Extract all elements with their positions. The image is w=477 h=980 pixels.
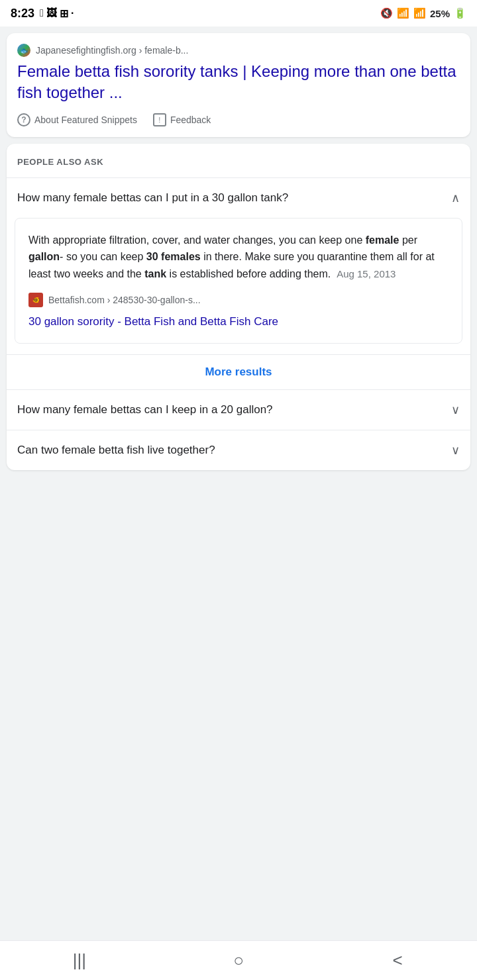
status-right: 🔇 📶 📶 25% 🔋 (380, 7, 466, 19)
status-bar: 8:23  🖼 ⊞ · 🔇 📶 📶 25% 🔋 (0, 0, 477, 26)
status-left: 8:23  🖼 ⊞ · (11, 7, 74, 21)
paa-chevron-up-icon: ∧ (451, 191, 460, 205)
feedback-label: Feedback (170, 115, 211, 125)
paa-source: 🐠 Bettafish.com › 248530-30-gallon-s... (28, 293, 449, 307)
site-favicon: 🐟 (17, 44, 30, 57)
people-also-ask-section: PEOPLE ALSO ASK How many female bettas c… (7, 144, 470, 470)
paa-answer-text: With appropriate filtration, cover, and … (28, 232, 449, 283)
mute-icon: 🔇 (380, 7, 393, 19)
image-icon: 🖼 (46, 7, 57, 19)
paa-question-2[interactable]: How many female bettas can I keep in a 2… (7, 390, 470, 430)
paa-question-3[interactable]: Can two female betta fish live together?… (7, 430, 470, 470)
battery-level: 25% (430, 8, 450, 19)
about-snippets-label: About Featured Snippets (34, 115, 137, 125)
paa-question-1[interactable]: How many female bettas can I put in a 30… (7, 178, 470, 218)
paa-source-favicon: 🐠 (28, 293, 43, 307)
menu-icon: ||| (73, 950, 86, 971)
question-icon: ? (17, 113, 30, 126)
scan-icon: ⊞ (60, 7, 68, 20)
more-results-button[interactable]: More results (7, 354, 470, 389)
dot-icon: · (71, 7, 74, 19)
site-url: Japanesefightingfish.org › female-b... (36, 45, 188, 56)
paa-source-url: Bettafish.com › 248530-30-gallon-s... (48, 295, 201, 305)
paa-item-3: Can two female betta fish live together?… (7, 430, 470, 470)
paa-answer-box: With appropriate filtration, cover, and … (15, 218, 462, 344)
site-info: 🐟 Japanesefightingfish.org › female-b... (17, 44, 460, 57)
feedback-button[interactable]: ! Feedback (153, 113, 211, 126)
paa-title: PEOPLE ALSO ASK (17, 157, 103, 167)
status-time: 8:23 (11, 7, 34, 21)
paa-question-3-text: Can two female betta fish live together? (17, 442, 451, 458)
search-result-card: 🐟 Japanesefightingfish.org › female-b...… (7, 33, 470, 137)
facebook-icon:  (40, 7, 44, 19)
paa-header: PEOPLE ALSO ASK (7, 144, 470, 178)
paa-chevron-down-icon-3: ∨ (451, 443, 460, 458)
back-icon: < (392, 950, 402, 971)
battery-icon: 🔋 (454, 7, 466, 19)
signal-icon: 📶 (413, 7, 426, 19)
snippet-actions: ? About Featured Snippets ! Feedback (17, 113, 460, 126)
paa-answer-date: Aug 15, 2013 (337, 268, 396, 279)
home-icon: ○ (233, 950, 244, 971)
paa-chevron-down-icon-2: ∨ (451, 403, 460, 417)
nav-back-button[interactable]: < (378, 948, 417, 974)
paa-question-1-text: How many female bettas can I put in a 30… (17, 190, 451, 206)
about-featured-snippets-button[interactable]: ? About Featured Snippets (17, 113, 137, 126)
bottom-navigation: ||| ○ < (0, 940, 477, 980)
paa-question-2-text: How many female bettas can I keep in a 2… (17, 402, 451, 418)
result-title[interactable]: Female betta fish sorority tanks | Keepi… (17, 61, 460, 104)
paa-item-expanded: How many female bettas can I put in a 30… (7, 178, 470, 390)
paa-source-link[interactable]: 30 gallon sorority - Betta Fish and Bett… (28, 314, 449, 330)
status-notification-icons:  🖼 ⊞ · (40, 7, 74, 20)
paa-item-2: How many female bettas can I keep in a 2… (7, 390, 470, 430)
nav-menu-button[interactable]: ||| (60, 948, 99, 974)
nav-home-button[interactable]: ○ (219, 948, 258, 974)
feedback-icon: ! (153, 113, 166, 126)
wifi-icon: 📶 (397, 7, 409, 19)
